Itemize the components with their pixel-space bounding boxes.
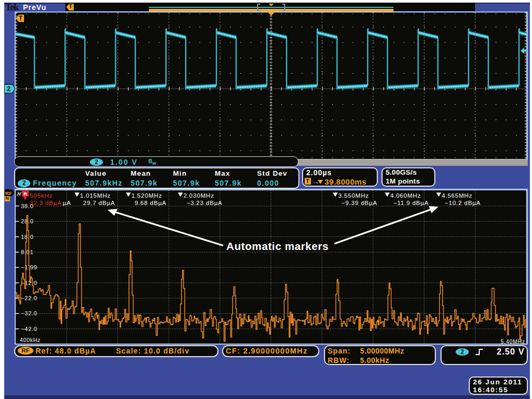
svg-text:32.3 dBµA: 32.3 dBµA [30, 200, 62, 206]
svg-text:Automatic markers: Automatic markers [226, 240, 329, 252]
svg-text:28.0: 28.0 [21, 218, 33, 224]
svg-text:29.7 dBµA: 29.7 dBµA [83, 200, 115, 206]
svg-text:1.015MHz: 1.015MHz [80, 192, 111, 199]
svg-text:−3.23 dBµA: −3.23 dBµA [187, 200, 223, 206]
svg-text:1.520MHz: 1.520MHz [131, 192, 162, 199]
svg-text:4.060MHz: 4.060MHz [390, 192, 421, 199]
svg-text:−42.0: −42.0 [21, 326, 37, 332]
svg-text:−11.9 dBµA: −11.9 dBµA [394, 200, 429, 206]
svg-text:400kHz: 400kHz [20, 337, 41, 343]
svg-text:3.550MHz: 3.550MHz [338, 192, 369, 199]
svg-text:−9.39 dBµA: −9.39 dBµA [341, 200, 377, 206]
svg-text:8.01: 8.01 [21, 249, 33, 255]
svg-text:18.0: 18.0 [21, 234, 33, 240]
svg-text:5.40MHz: 5.40MHz [501, 338, 525, 345]
svg-text:−10.2 dBµA: −10.2 dBµA [445, 200, 481, 206]
svg-text:4.565MHz: 4.565MHz [442, 192, 472, 199]
svg-text:2.030MHz: 2.030MHz [183, 192, 214, 199]
svg-text:9.68 dBµA: 9.68 dBµA [134, 200, 166, 206]
svg-text:R: R [24, 191, 27, 197]
svg-text:−12.0: −12.0 [21, 280, 37, 286]
svg-text:−22.0: −22.0 [21, 295, 37, 301]
svg-text:505kHz: 505kHz [30, 192, 53, 199]
svg-text:µA: µA [63, 200, 71, 206]
svg-text:−32.0: −32.0 [21, 310, 37, 316]
